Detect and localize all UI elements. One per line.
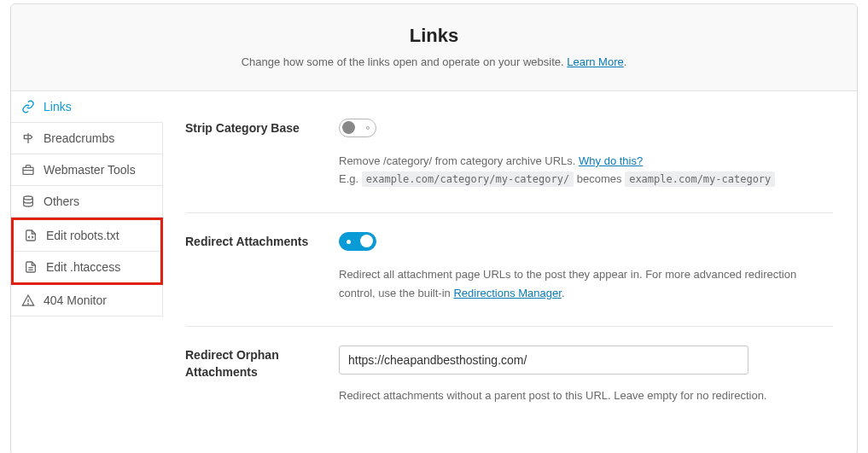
sidebar-item-label: Links bbox=[44, 100, 72, 113]
sidebar: Links Breadcrumbs Webmaster Tools Others bbox=[11, 91, 163, 453]
subtitle-text: Change how some of the links open and op… bbox=[242, 55, 568, 68]
toolbox-icon bbox=[21, 163, 35, 177]
toggle-strip-category[interactable] bbox=[339, 119, 376, 137]
toggle-redirect-attachments[interactable] bbox=[339, 232, 376, 251]
learn-more-link[interactable]: Learn More bbox=[567, 55, 623, 68]
desc-text: Redirect all attachment page URLs to the… bbox=[339, 268, 796, 299]
stack-icon bbox=[21, 195, 35, 208]
setting-label: Redirect Attachments bbox=[185, 232, 313, 302]
setting-redirect-orphan: Redirect Orphan Attachments Redirect att… bbox=[185, 327, 833, 428]
code-after: example.com/my-category bbox=[625, 171, 775, 187]
sidebar-item-others[interactable]: Others bbox=[11, 186, 163, 218]
setting-label: Strip Category Base bbox=[185, 119, 313, 189]
link-icon bbox=[21, 100, 35, 113]
redirect-orphan-input[interactable] bbox=[339, 346, 749, 375]
setting-redirect-attachments: Redirect Attachments Redirect all attach… bbox=[185, 213, 833, 327]
sidebar-item-label: Breadcrumbs bbox=[44, 131, 114, 145]
desc-post: . bbox=[562, 287, 565, 299]
file-code-icon bbox=[24, 229, 38, 242]
toggle-knob bbox=[360, 235, 373, 247]
desc-becomes: becomes bbox=[574, 172, 625, 185]
sidebar-item-label: Webmaster Tools bbox=[44, 163, 136, 177]
toggle-dot bbox=[366, 126, 370, 130]
redirections-manager-link[interactable]: Redirections Manager bbox=[453, 287, 561, 299]
setting-strip-category: Strip Category Base Remove /category/ fr… bbox=[185, 110, 833, 213]
subtitle-post: . bbox=[624, 55, 627, 68]
warning-icon bbox=[21, 293, 35, 307]
settings-panel: Links Change how some of the links open … bbox=[10, 3, 858, 453]
setting-label: Redirect Orphan Attachments bbox=[185, 346, 313, 404]
signpost-icon bbox=[21, 131, 35, 145]
file-icon bbox=[24, 260, 38, 274]
setting-control: Redirect all attachment page URLs to the… bbox=[339, 232, 833, 302]
toggle-dot bbox=[347, 240, 351, 244]
toggle-knob bbox=[342, 121, 355, 134]
sidebar-item-404-monitor[interactable]: 404 Monitor bbox=[11, 285, 163, 317]
desc-text: Remove /category/ from category archive … bbox=[339, 154, 579, 167]
setting-control: Remove /category/ from category archive … bbox=[339, 119, 833, 189]
sidebar-item-links[interactable]: Links bbox=[11, 91, 163, 123]
sidebar-item-label: Edit .htaccess bbox=[46, 260, 120, 274]
sidebar-item-label: Edit robots.txt bbox=[46, 229, 119, 242]
setting-desc: Redirect attachments without a parent po… bbox=[339, 386, 833, 404]
main-content: Strip Category Base Remove /category/ fr… bbox=[163, 91, 857, 453]
panel-header: Links Change how some of the links open … bbox=[11, 4, 857, 91]
why-do-this-link[interactable]: Why do this? bbox=[579, 154, 643, 167]
sidebar-item-label: Others bbox=[44, 195, 79, 208]
svg-point-1 bbox=[24, 196, 33, 200]
setting-desc: Remove /category/ from category archive … bbox=[339, 152, 833, 189]
page-subtitle: Change how some of the links open and op… bbox=[28, 55, 840, 68]
svg-point-5 bbox=[28, 304, 29, 305]
highlight-box: Edit robots.txt Edit .htaccess bbox=[11, 218, 163, 285]
setting-control: Redirect attachments without a parent po… bbox=[339, 346, 833, 404]
sidebar-item-label: 404 Monitor bbox=[44, 293, 107, 307]
setting-desc: Redirect all attachment page URLs to the… bbox=[339, 265, 833, 302]
sidebar-item-webmaster-tools[interactable]: Webmaster Tools bbox=[11, 154, 163, 186]
panel-body: Links Breadcrumbs Webmaster Tools Others bbox=[11, 91, 857, 453]
page-title: Links bbox=[28, 25, 840, 47]
desc-eg: E.g. bbox=[339, 172, 362, 185]
sidebar-item-breadcrumbs[interactable]: Breadcrumbs bbox=[11, 123, 163, 154]
sidebar-item-edit-robots[interactable]: Edit robots.txt bbox=[14, 220, 160, 252]
code-before: example.com/category/my-category/ bbox=[362, 171, 574, 187]
sidebar-item-edit-htaccess[interactable]: Edit .htaccess bbox=[14, 252, 160, 282]
